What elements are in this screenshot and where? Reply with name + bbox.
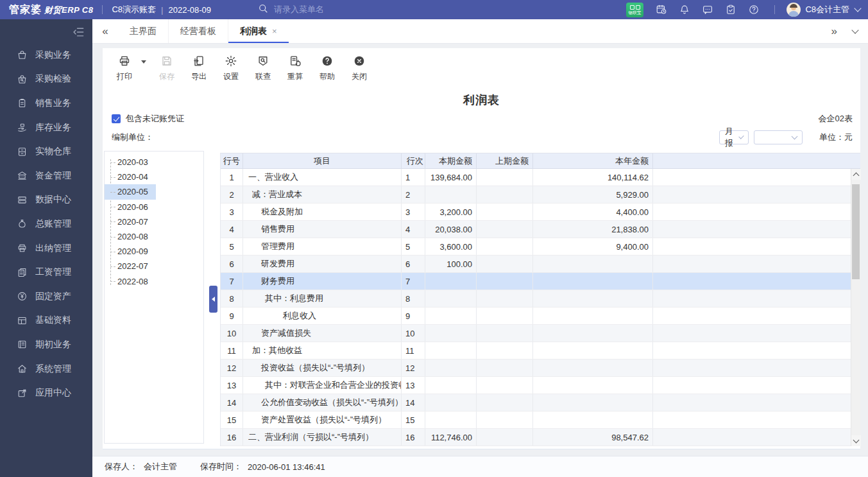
table-row-2[interactable]: 2减：营业成本25,929.00	[221, 186, 860, 204]
period-value-select[interactable]	[754, 130, 803, 144]
sidebar-item-固定资产[interactable]: 固定资产	[0, 284, 92, 309]
cell-col-prior-amount	[477, 377, 533, 394]
table-row-1[interactable]: 1一、营业收入1139,684.00140,114.62	[221, 169, 860, 186]
message-icon[interactable]	[696, 4, 719, 15]
cell-col-year-amount	[533, 342, 653, 359]
main-area: 打印保存导出设置联查重算帮助关闭 利润表 包含未记账凭证 会企02表 编制单位：…	[92, 44, 868, 456]
period-item-2020-08[interactable]: 2020-08	[105, 229, 156, 244]
business-date[interactable]: 2022-08-09	[169, 5, 212, 15]
table-vertical-scrollbar[interactable]	[851, 169, 860, 446]
cell-col-filler	[653, 204, 860, 220]
scrollbar-thumb[interactable]	[852, 184, 860, 279]
period-type-select[interactable]: 月报	[719, 130, 749, 144]
sidebar-item-销售业务[interactable]: 销售业务	[0, 91, 92, 116]
period-item-2020-03[interactable]: 2020-03	[105, 155, 156, 169]
period-item-2020-04[interactable]: 2020-04	[105, 169, 156, 184]
sidebar-collapse-icon[interactable]	[72, 26, 85, 41]
clipboard-icon[interactable]	[719, 4, 742, 15]
sidebar-item-总账管理[interactable]: 总账管理	[0, 212, 92, 236]
sidebar-item-基础资料[interactable]: 基础资料	[0, 309, 92, 333]
toolbar-export-button[interactable]: 导出	[185, 55, 213, 82]
toolbar-help-button[interactable]: 帮助	[313, 55, 341, 82]
cell-col-year-amount: 4,400.00	[533, 204, 653, 220]
data-center-icon	[16, 194, 28, 205]
table-row-6[interactable]: 6研发费用6100.00	[221, 256, 860, 273]
toolbar-button-label: 重算	[287, 71, 303, 82]
table-row-11[interactable]: 11加：其他收益11	[221, 342, 860, 360]
print-dropdown-caret-icon[interactable]	[141, 60, 146, 66]
sidebar-item-应用中心[interactable]: 应用中心	[0, 381, 92, 405]
tabs-scroll-right-icon[interactable]: »	[831, 25, 837, 38]
toolbar-print-button[interactable]: 打印	[110, 55, 139, 82]
toolbar-close-button[interactable]: 关闭	[345, 55, 373, 82]
fixed-asset-icon	[16, 291, 28, 302]
sidebar-item-label: 固定资产	[35, 291, 71, 302]
table-row-7[interactable]: 7财务费用7	[221, 273, 860, 290]
sidebar-item-实物仓库[interactable]: 实物仓库	[0, 139, 92, 164]
sidebar-item-资金管理[interactable]: 资金管理	[0, 164, 92, 188]
sidebar-item-工资管理[interactable]: 工资管理	[0, 260, 92, 284]
table-row-16[interactable]: 16二、营业利润（亏损以“-”号填列）16112,746.0098,547.62	[221, 429, 860, 446]
period-item-2022-08[interactable]: 2022-08	[105, 274, 156, 289]
period-item-2020-05[interactable]: 2020-05	[105, 184, 156, 199]
tabs-more-chevron-down-icon[interactable]	[851, 26, 858, 33]
account-set-name[interactable]: C8演示账套	[112, 4, 156, 15]
cell-col-prior-amount	[477, 221, 533, 238]
cell-col-filler	[653, 186, 860, 203]
period-item-2022-07[interactable]: 2022-07	[105, 259, 156, 273]
bell-icon[interactable]	[673, 4, 696, 15]
iot-applet-badge[interactable]: 物联宝	[626, 3, 643, 17]
ledger-icon	[16, 218, 28, 230]
cell-col-current-amount	[425, 290, 477, 307]
tab-经营看板[interactable]: 经营看板	[168, 19, 228, 43]
sidebar-item-库存业务[interactable]: 库存业务	[0, 116, 92, 140]
sidebar-item-期初业务[interactable]: 期初业务	[0, 333, 92, 357]
sidebar-item-数据中心[interactable]: 数据中心	[0, 188, 92, 212]
cell-col-year-amount	[533, 290, 653, 307]
user-avatar[interactable]	[787, 3, 801, 17]
tab-主界面[interactable]: 主界面	[118, 19, 168, 43]
table-row-14[interactable]: 14公允价值变动收益（损失以“-”号填列）14	[221, 394, 860, 412]
cell-col-current-amount: 112,746.00	[425, 429, 477, 446]
sidebar-item-出纳管理[interactable]: 出纳管理	[0, 236, 92, 261]
sidebar-item-采购业务[interactable]: 采购业务	[0, 43, 92, 67]
period-item-2020-09[interactable]: 2020-09	[105, 244, 156, 259]
tab-close-icon[interactable]: ×	[272, 26, 277, 36]
cell-col-prior-amount	[477, 204, 533, 220]
table-row-9[interactable]: 9利息收入9	[221, 308, 860, 325]
table-row-3[interactable]: 3税金及附加33,200.004,400.00	[221, 204, 860, 221]
toolbar-settings-button[interactable]: 设置	[217, 55, 245, 82]
user-menu-chevron-down-icon[interactable]	[854, 4, 861, 12]
table-row-12[interactable]: 12投资收益（损失以“-”号填列）12	[221, 360, 860, 377]
cell-col-row-number: 1	[221, 169, 243, 186]
schedule-icon[interactable]	[650, 4, 673, 15]
collapse-period-panel-handle[interactable]	[209, 286, 217, 313]
period-item-2020-07[interactable]: 2020-07	[105, 214, 156, 229]
scroll-down-icon[interactable]	[851, 435, 861, 446]
table-row-4[interactable]: 4销售费用420,038.0021,838.00	[221, 221, 860, 238]
help-icon	[321, 55, 334, 70]
table-row-5[interactable]: 5管理费用53,600.009,400.00	[221, 238, 860, 256]
table-row-15[interactable]: 15资产处置收益（损失以“-”号填列）15	[221, 412, 860, 429]
sidebar-item-label: 系统管理	[35, 363, 71, 375]
include-unposted-checkbox[interactable]: 包含未记账凭证	[112, 113, 184, 125]
sidebar-item-系统管理[interactable]: 系统管理	[0, 357, 92, 381]
period-item-2020-06[interactable]: 2020-06	[105, 200, 156, 214]
toolbar-save-button[interactable]: 保存	[153, 55, 181, 82]
tab-利润表[interactable]: 利润表×	[228, 19, 289, 43]
sidebar-item-采购检验[interactable]: 采购检验	[0, 67, 92, 92]
table-row-8[interactable]: 8其中：利息费用8	[221, 290, 860, 308]
table-row-10[interactable]: 10资产减值损失10	[221, 325, 860, 342]
scroll-up-icon[interactable]	[851, 169, 861, 180]
table-row-13[interactable]: 13其中：对联营企业和合营企业的投资收益13	[221, 377, 860, 394]
toolbar-drill-button[interactable]: 联查	[249, 55, 277, 82]
toolbar-button-label: 保存	[159, 71, 174, 82]
toolbar-recalc-button[interactable]: 重算	[281, 55, 309, 82]
tabs-scroll-left-icon[interactable]: «	[92, 19, 118, 43]
menu-search-input[interactable]: 请录入菜单名	[257, 3, 324, 17]
help-circle-icon[interactable]	[742, 4, 765, 15]
user-name[interactable]: C8会计主管	[805, 4, 849, 15]
cell-col-current-amount: 100.00	[425, 256, 477, 272]
toolbar-button-label: 帮助	[319, 71, 335, 82]
select-chevron-down-icon	[792, 134, 798, 140]
